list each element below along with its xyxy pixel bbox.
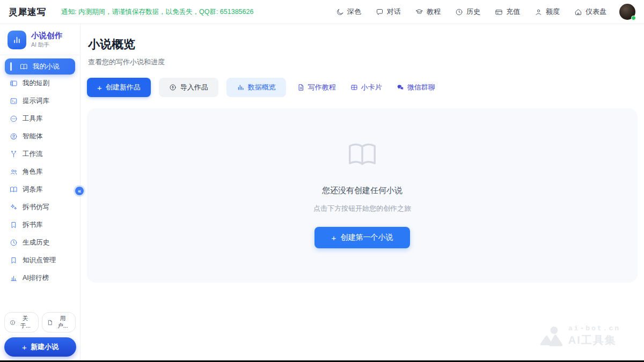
sidebar-item-my-short-dramas[interactable]: 我的短剧 xyxy=(0,75,80,92)
sidebar-item-character-library[interactable]: 角色库 xyxy=(0,163,80,181)
people-icon xyxy=(10,168,18,176)
active-indicator xyxy=(10,62,12,71)
nav-label: 仪表盘 xyxy=(586,7,606,17)
watermark-line2: AI工具集 xyxy=(568,333,620,348)
agent-icon xyxy=(10,132,18,141)
sidebar-item-label: 工具库 xyxy=(23,114,43,123)
user-label: 用户... xyxy=(55,315,71,330)
sidebar-item-workflows[interactable]: 工作流 xyxy=(0,145,80,163)
page-title: 小说概览 xyxy=(88,36,638,53)
sidebar-item-label: 我的小说 xyxy=(33,62,60,71)
import-label: 导入作品 xyxy=(180,83,208,92)
open-book-icon xyxy=(20,63,28,71)
app-title-block: 小说创作 AI 助手 xyxy=(31,31,62,49)
writing-tutorial-link[interactable]: 写作教程 xyxy=(294,83,339,92)
app-window: 灵犀速写 通知: 内测期间，请谨慎保存数据，以免丢失，QQ群: 65138562… xyxy=(0,0,644,362)
nav-chat[interactable]: 对话 xyxy=(376,7,401,17)
moon-icon xyxy=(336,8,344,16)
empty-state-card: 您还没有创建任何小说 点击下方按钮开始您的创作之旅 + 创建第一个小说 xyxy=(87,108,638,283)
sidebar-item-entry-library[interactable]: 词条库 xyxy=(0,181,80,198)
wechat-group-link[interactable]: 微信群聊 xyxy=(393,83,438,92)
bar-chart-icon xyxy=(237,84,244,91)
tutorial-icon xyxy=(415,8,423,16)
nav-recharge[interactable]: 充值 xyxy=(495,7,520,17)
nav-dark-mode[interactable]: 深色 xyxy=(336,7,361,17)
upload-icon xyxy=(169,84,177,91)
bar-chart-icon xyxy=(12,35,21,45)
nav-label: 充值 xyxy=(506,7,520,17)
small-card-link[interactable]: 小卡片 xyxy=(347,83,385,92)
history-icon xyxy=(455,8,463,16)
chat-dots-icon xyxy=(10,115,18,123)
chat-icon xyxy=(376,8,384,16)
nav-history[interactable]: 历史 xyxy=(455,7,480,17)
document-icon xyxy=(47,320,53,326)
chevrons-left-icon: « xyxy=(78,188,81,194)
sidebar-item-generation-history[interactable]: 生成历史 xyxy=(0,234,80,252)
sidebar-item-label: AI排行榜 xyxy=(23,274,49,283)
create-new-work-button[interactable]: + 创建新作品 xyxy=(87,78,151,97)
app-logo: 灵犀速写 xyxy=(9,6,46,18)
sidebar-item-label: 角色库 xyxy=(23,167,43,176)
online-status-dot xyxy=(631,16,636,20)
tutorial-label: 写作教程 xyxy=(308,83,336,92)
notice-banner: 通知: 内测期间，请谨慎保存数据，以免丢失，QQ群: 651385626 xyxy=(61,8,253,17)
wechat-icon xyxy=(397,84,404,91)
cards-grid-icon xyxy=(350,84,358,91)
nav-quota[interactable]: 额度 xyxy=(535,7,560,17)
plus-icon: + xyxy=(97,84,102,92)
nav-label: 教程 xyxy=(427,7,441,17)
sidebar-item-book-library[interactable]: 拆书库 xyxy=(0,216,80,234)
sidebar-item-label: 拆书仿写 xyxy=(23,203,49,212)
import-work-button[interactable]: 导入作品 xyxy=(159,78,218,97)
dashboard-icon xyxy=(574,8,582,16)
user-avatar[interactable] xyxy=(619,4,635,20)
open-book-icon xyxy=(10,186,18,194)
nav-label: 历史 xyxy=(466,7,480,17)
bar-chart-icon xyxy=(10,274,18,282)
about-label: 关于... xyxy=(18,315,33,330)
app-subtitle: AI 助手 xyxy=(31,41,62,49)
page-subtitle: 查看您的写作小说和进度 xyxy=(88,57,638,67)
prompt-icon xyxy=(10,97,18,105)
sparkle-icon xyxy=(10,203,18,211)
bookmark-icon xyxy=(10,256,18,264)
sidebar-item-knowledge-management[interactable]: 知识点管理 xyxy=(0,252,80,269)
sidebar-item-agents[interactable]: 智能体 xyxy=(0,128,80,145)
sidebar-item-label: 词条库 xyxy=(23,185,43,194)
wechat-label: 微信群聊 xyxy=(407,83,435,92)
nav-dashboard[interactable]: 仪表盘 xyxy=(574,7,606,17)
recharge-icon xyxy=(495,8,503,16)
sidebar-item-label: 我的短剧 xyxy=(23,79,49,88)
workflow-icon xyxy=(10,150,18,158)
app-title: 小说创作 xyxy=(31,31,62,40)
nav-label: 对话 xyxy=(387,7,401,17)
sidebar-item-book-imitation[interactable]: 拆书仿写 xyxy=(0,198,80,216)
sidebar-item-ai-leaderboard[interactable]: AI排行榜 xyxy=(0,269,80,287)
new-novel-button[interactable]: + 新建小说 xyxy=(4,337,76,357)
sidebar-nav: 我的小说 我的短剧 提示词库 工具库 智能体 工作流 xyxy=(0,58,80,287)
sidebar-item-label: 生成历史 xyxy=(23,238,49,247)
sidebar-item-prompt-library[interactable]: 提示词库 xyxy=(0,92,80,110)
film-icon xyxy=(10,79,18,87)
info-icon xyxy=(10,320,16,326)
user-agreement-button[interactable]: 用户... xyxy=(42,312,76,333)
plus-icon: + xyxy=(332,234,336,242)
nav-label: 深色 xyxy=(347,7,361,17)
document-icon xyxy=(297,84,305,91)
sidebar-item-tool-library[interactable]: 工具库 xyxy=(0,110,80,128)
open-book-icon xyxy=(345,138,380,172)
sidebar-footer: 关于... 用户... + 新建小说 xyxy=(0,312,80,357)
sidebar-item-my-novels[interactable]: 我的小说 xyxy=(5,58,75,75)
create-label: 创建新作品 xyxy=(106,83,141,92)
watermark-line1: ai-bot.cn xyxy=(568,324,620,333)
empty-state-title: 您还没有创建任何小说 xyxy=(322,186,402,196)
sidebar: 小说创作 AI 助手 我的小说 我的短剧 提示词库 工具库 xyxy=(0,24,80,362)
create-first-novel-button[interactable]: + 创建第一个小说 xyxy=(314,227,410,248)
about-button[interactable]: 关于... xyxy=(4,312,39,333)
topbar-nav: 深色 对话 教程 历史 充值 额度 xyxy=(336,7,606,17)
sidebar-collapse-button[interactable]: « xyxy=(74,185,85,197)
data-overview-button[interactable]: 数据概览 xyxy=(226,78,286,97)
divider xyxy=(0,55,80,55)
nav-tutorial[interactable]: 教程 xyxy=(415,7,441,17)
